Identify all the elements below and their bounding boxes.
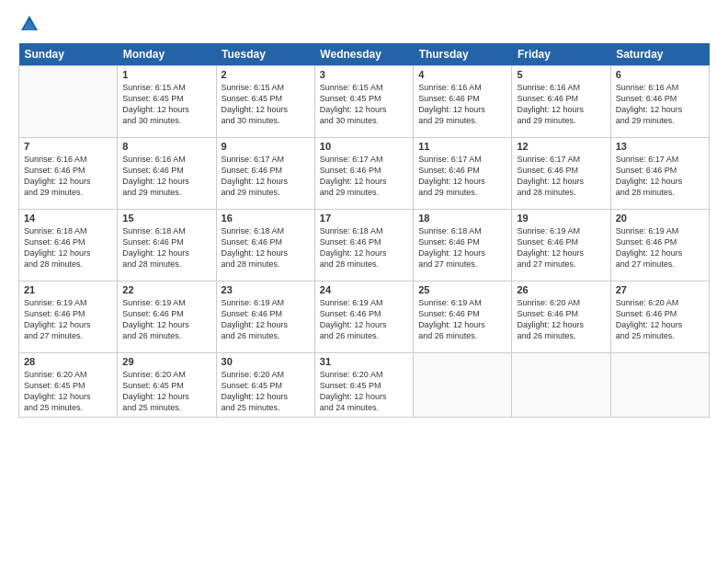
calendar-cell: 4Sunrise: 6:16 AM Sunset: 6:46 PM Daylig… — [414, 66, 512, 138]
day-header-tuesday: Tuesday — [216, 43, 314, 66]
calendar-cell: 11Sunrise: 6:17 AM Sunset: 6:46 PM Dayli… — [414, 138, 512, 210]
day-info: Sunrise: 6:19 AM Sunset: 6:46 PM Dayligh… — [24, 297, 112, 342]
calendar-cell: 2Sunrise: 6:15 AM Sunset: 6:45 PM Daylig… — [216, 66, 314, 138]
day-info: Sunrise: 6:18 AM Sunset: 6:46 PM Dayligh… — [418, 225, 506, 270]
day-info: Sunrise: 6:17 AM Sunset: 6:46 PM Dayligh… — [517, 154, 605, 199]
calendar-cell — [512, 353, 610, 418]
calendar-cell: 14Sunrise: 6:18 AM Sunset: 6:46 PM Dayli… — [19, 210, 118, 282]
day-number: 30 — [222, 356, 310, 367]
calendar-cell: 21Sunrise: 6:19 AM Sunset: 6:46 PM Dayli… — [19, 282, 118, 353]
calendar-cell: 9Sunrise: 6:17 AM Sunset: 6:46 PM Daylig… — [216, 138, 314, 210]
calendar-cell: 3Sunrise: 6:15 AM Sunset: 6:45 PM Daylig… — [314, 66, 413, 138]
calendar-cell: 10Sunrise: 6:17 AM Sunset: 6:46 PM Dayli… — [314, 138, 413, 210]
day-header-friday: Friday — [512, 43, 610, 66]
day-info: Sunrise: 6:16 AM Sunset: 6:46 PM Dayligh… — [418, 82, 506, 127]
day-info: Sunrise: 6:17 AM Sunset: 6:46 PM Dayligh… — [320, 154, 408, 199]
day-number: 3 — [320, 69, 408, 80]
day-info: Sunrise: 6:20 AM Sunset: 6:45 PM Dayligh… — [122, 369, 210, 414]
calendar-cell — [414, 353, 512, 418]
day-number: 18 — [418, 213, 506, 224]
day-number: 26 — [517, 284, 605, 295]
calendar-cell: 8Sunrise: 6:16 AM Sunset: 6:46 PM Daylig… — [118, 138, 216, 210]
day-info: Sunrise: 6:19 AM Sunset: 6:46 PM Dayligh… — [418, 297, 506, 342]
day-info: Sunrise: 6:19 AM Sunset: 6:46 PM Dayligh… — [222, 297, 310, 342]
day-number: 29 — [122, 356, 210, 367]
calendar-cell: 31Sunrise: 6:20 AM Sunset: 6:45 PM Dayli… — [314, 353, 413, 418]
day-header-sunday: Sunday — [19, 43, 118, 66]
day-number: 15 — [122, 213, 210, 224]
calendar-cell: 12Sunrise: 6:17 AM Sunset: 6:46 PM Dayli… — [512, 138, 610, 210]
calendar-cell: 6Sunrise: 6:16 AM Sunset: 6:46 PM Daylig… — [610, 66, 709, 138]
day-info: Sunrise: 6:19 AM Sunset: 6:46 PM Dayligh… — [616, 225, 704, 270]
calendar-cell: 28Sunrise: 6:20 AM Sunset: 6:45 PM Dayli… — [19, 353, 118, 418]
calendar-cell: 26Sunrise: 6:20 AM Sunset: 6:46 PM Dayli… — [512, 282, 610, 353]
calendar-cell: 1Sunrise: 6:15 AM Sunset: 6:45 PM Daylig… — [118, 66, 216, 138]
calendar-week-3: 14Sunrise: 6:18 AM Sunset: 6:46 PM Dayli… — [19, 210, 710, 282]
day-header-monday: Monday — [118, 43, 216, 66]
calendar-cell: 24Sunrise: 6:19 AM Sunset: 6:46 PM Dayli… — [314, 282, 413, 353]
calendar-week-4: 21Sunrise: 6:19 AM Sunset: 6:46 PM Dayli… — [19, 282, 710, 353]
day-info: Sunrise: 6:20 AM Sunset: 6:45 PM Dayligh… — [24, 369, 112, 414]
day-info: Sunrise: 6:15 AM Sunset: 6:45 PM Dayligh… — [222, 82, 310, 127]
calendar-cell: 16Sunrise: 6:18 AM Sunset: 6:46 PM Dayli… — [216, 210, 314, 282]
calendar-cell: 17Sunrise: 6:18 AM Sunset: 6:46 PM Dayli… — [314, 210, 413, 282]
day-number: 6 — [616, 69, 704, 80]
day-info: Sunrise: 6:19 AM Sunset: 6:46 PM Dayligh… — [122, 297, 210, 342]
day-info: Sunrise: 6:17 AM Sunset: 6:46 PM Dayligh… — [616, 154, 704, 199]
day-header-wednesday: Wednesday — [314, 43, 413, 66]
calendar-cell: 13Sunrise: 6:17 AM Sunset: 6:46 PM Dayli… — [610, 138, 709, 210]
day-number: 25 — [418, 284, 506, 295]
day-info: Sunrise: 6:18 AM Sunset: 6:46 PM Dayligh… — [222, 225, 310, 270]
calendar-cell: 15Sunrise: 6:18 AM Sunset: 6:46 PM Dayli… — [118, 210, 216, 282]
day-info: Sunrise: 6:16 AM Sunset: 6:46 PM Dayligh… — [122, 154, 210, 199]
calendar-week-5: 28Sunrise: 6:20 AM Sunset: 6:45 PM Dayli… — [19, 353, 710, 418]
day-number: 9 — [222, 141, 310, 152]
day-number: 4 — [418, 69, 506, 80]
calendar-cell: 19Sunrise: 6:19 AM Sunset: 6:46 PM Dayli… — [512, 210, 610, 282]
calendar-cell: 23Sunrise: 6:19 AM Sunset: 6:46 PM Dayli… — [216, 282, 314, 353]
day-info: Sunrise: 6:16 AM Sunset: 6:46 PM Dayligh… — [24, 154, 112, 199]
day-number: 16 — [222, 213, 310, 224]
day-number: 27 — [616, 284, 704, 295]
day-number: 17 — [320, 213, 408, 224]
day-number: 24 — [320, 284, 408, 295]
day-info: Sunrise: 6:17 AM Sunset: 6:46 PM Dayligh… — [222, 154, 310, 199]
day-header-saturday: Saturday — [610, 43, 709, 66]
calendar-cell: 27Sunrise: 6:20 AM Sunset: 6:46 PM Dayli… — [610, 282, 709, 353]
day-info: Sunrise: 6:19 AM Sunset: 6:46 PM Dayligh… — [517, 225, 605, 270]
day-number: 14 — [24, 213, 112, 224]
day-info: Sunrise: 6:17 AM Sunset: 6:46 PM Dayligh… — [418, 154, 506, 199]
calendar-week-2: 7Sunrise: 6:16 AM Sunset: 6:46 PM Daylig… — [19, 138, 710, 210]
calendar-cell — [19, 66, 118, 138]
logo — [18, 14, 40, 34]
header — [18, 14, 710, 34]
day-info: Sunrise: 6:20 AM Sunset: 6:45 PM Dayligh… — [320, 369, 408, 414]
day-info: Sunrise: 6:15 AM Sunset: 6:45 PM Dayligh… — [320, 82, 408, 127]
header-row: SundayMondayTuesdayWednesdayThursdayFrid… — [19, 43, 710, 66]
calendar-cell: 22Sunrise: 6:19 AM Sunset: 6:46 PM Dayli… — [118, 282, 216, 353]
day-info: Sunrise: 6:18 AM Sunset: 6:46 PM Dayligh… — [320, 225, 408, 270]
day-number: 8 — [122, 141, 210, 152]
calendar-week-1: 1Sunrise: 6:15 AM Sunset: 6:45 PM Daylig… — [19, 66, 710, 138]
calendar-cell: 29Sunrise: 6:20 AM Sunset: 6:45 PM Dayli… — [118, 353, 216, 418]
day-info: Sunrise: 6:16 AM Sunset: 6:46 PM Dayligh… — [616, 82, 704, 127]
day-info: Sunrise: 6:19 AM Sunset: 6:46 PM Dayligh… — [320, 297, 408, 342]
day-number: 20 — [616, 213, 704, 224]
day-number: 10 — [320, 141, 408, 152]
day-number: 23 — [222, 284, 310, 295]
day-info: Sunrise: 6:18 AM Sunset: 6:46 PM Dayligh… — [24, 225, 112, 270]
calendar-cell: 18Sunrise: 6:18 AM Sunset: 6:46 PM Dayli… — [414, 210, 512, 282]
day-number: 7 — [24, 141, 112, 152]
day-number: 13 — [616, 141, 704, 152]
calendar-cell — [610, 353, 709, 418]
day-info: Sunrise: 6:20 AM Sunset: 6:46 PM Dayligh… — [517, 297, 605, 342]
day-number: 1 — [122, 69, 210, 80]
day-number: 21 — [24, 284, 112, 295]
calendar-cell: 25Sunrise: 6:19 AM Sunset: 6:46 PM Dayli… — [414, 282, 512, 353]
calendar-table: SundayMondayTuesdayWednesdayThursdayFrid… — [18, 43, 710, 418]
day-number: 19 — [517, 213, 605, 224]
day-number: 22 — [122, 284, 210, 295]
day-number: 12 — [517, 141, 605, 152]
day-info: Sunrise: 6:20 AM Sunset: 6:46 PM Dayligh… — [616, 297, 704, 342]
day-number: 5 — [517, 69, 605, 80]
